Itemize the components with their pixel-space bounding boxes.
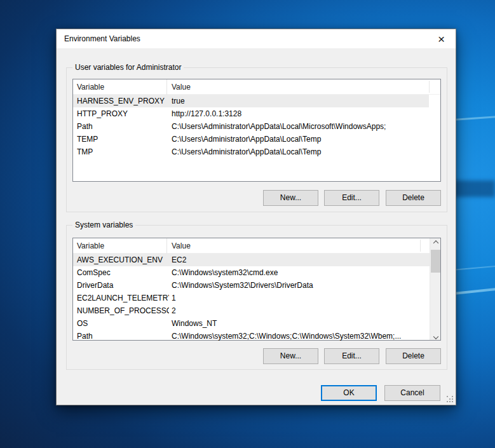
scroll-down-icon bbox=[433, 334, 438, 339]
scroll-up-button[interactable] bbox=[430, 238, 441, 249]
environment-variables-dialog: Environment Variables × User variables f… bbox=[56, 29, 456, 405]
variable-cell: EC2LAUNCH_TELEMETRY bbox=[77, 292, 169, 304]
variable-cell: DriverData bbox=[77, 279, 169, 292]
user-new-button[interactable]: New... bbox=[263, 190, 318, 206]
user-variables-group-label: User variables for Administrator bbox=[72, 63, 184, 72]
table-row[interactable]: EC2LAUNCH_TELEMETRY 1 bbox=[73, 292, 431, 304]
table-row[interactable]: Path C:\Users\Administrator\AppData\Loca… bbox=[73, 120, 429, 133]
variable-cell: Path bbox=[77, 330, 169, 343]
variable-cell: HTTP_PROXY bbox=[77, 107, 169, 120]
column-header-value[interactable]: Value bbox=[168, 79, 191, 95]
value-cell: C:\Users\Administrator\AppData\Local\Tem… bbox=[172, 133, 426, 146]
variable-cell: Path bbox=[77, 120, 169, 133]
table-row[interactable]: DriverData C:\Windows\System32\Drivers\D… bbox=[73, 279, 431, 292]
user-variables-list: Variable Value HARNESS_ENV_PROXY true HT… bbox=[72, 79, 441, 182]
system-edit-button[interactable]: Edit... bbox=[324, 348, 379, 364]
cancel-button[interactable]: Cancel bbox=[384, 385, 440, 401]
value-cell: 2 bbox=[172, 304, 428, 317]
value-cell: C:\Users\Administrator\AppData\Local\Tem… bbox=[172, 146, 426, 158]
table-row[interactable]: Path C:\Windows\system32;C:\Windows;C:\W… bbox=[73, 330, 431, 343]
variable-cell: ComSpec bbox=[77, 266, 169, 279]
scrollbar-thumb[interactable] bbox=[431, 250, 440, 273]
value-cell: Windows_NT bbox=[172, 317, 428, 330]
resize-grip[interactable] bbox=[446, 395, 454, 403]
system-variables-group-label: System variables bbox=[72, 221, 135, 229]
variable-cell: OS bbox=[77, 317, 169, 330]
ok-button[interactable]: OK bbox=[321, 385, 377, 401]
scroll-up-icon bbox=[433, 240, 438, 245]
value-cell: C:\Windows\system32\cmd.exe bbox=[172, 266, 428, 279]
list-header: Variable Value bbox=[73, 238, 440, 254]
column-divider bbox=[429, 81, 430, 93]
value-cell: 1 bbox=[172, 292, 428, 304]
table-row[interactable]: AWS_EXECUTION_ENV EC2 bbox=[73, 254, 431, 266]
value-cell: http://127.0.0.1:3128 bbox=[172, 107, 426, 120]
list-header: Variable Value bbox=[73, 79, 440, 95]
column-divider bbox=[420, 240, 421, 252]
title-bar[interactable]: Environment Variables × bbox=[57, 29, 456, 48]
column-header-variable[interactable]: Variable bbox=[73, 79, 167, 95]
close-icon: × bbox=[438, 33, 445, 45]
table-row[interactable]: OS Windows_NT bbox=[73, 317, 431, 330]
user-delete-button[interactable]: Delete bbox=[386, 190, 441, 206]
user-edit-button[interactable]: Edit... bbox=[324, 190, 379, 206]
table-row[interactable]: ComSpec C:\Windows\system32\cmd.exe bbox=[73, 266, 431, 279]
value-cell: C:\Windows\system32;C:\Windows;C:\Window… bbox=[172, 330, 428, 343]
value-cell: C:\Windows\System32\Drivers\DriverData bbox=[172, 279, 428, 292]
variable-cell: TMP bbox=[77, 146, 169, 158]
variable-cell: AWS_EXECUTION_ENV bbox=[77, 254, 169, 266]
variable-cell: TEMP bbox=[77, 133, 169, 146]
table-row[interactable]: TEMP C:\Users\Administrator\AppData\Loca… bbox=[73, 133, 429, 146]
system-delete-button[interactable]: Delete bbox=[386, 348, 441, 364]
value-cell: EC2 bbox=[172, 254, 428, 266]
close-button[interactable]: × bbox=[427, 29, 456, 48]
system-new-button[interactable]: New... bbox=[263, 348, 318, 364]
value-cell: C:\Users\Administrator\AppData\Local\Mic… bbox=[172, 120, 426, 133]
variable-cell: HARNESS_ENV_PROXY bbox=[77, 95, 169, 107]
scroll-down-button[interactable] bbox=[430, 329, 441, 340]
table-row[interactable]: TMP C:\Users\Administrator\AppData\Local… bbox=[73, 146, 429, 158]
variable-cell: NUMBER_OF_PROCESSORS bbox=[77, 304, 169, 317]
column-header-value[interactable]: Value bbox=[168, 238, 191, 254]
window-title: Environment Variables bbox=[57, 34, 140, 43]
system-variables-list: Variable Value AWS_EXECUTION_ENV EC2 Com… bbox=[72, 238, 441, 341]
table-row[interactable]: NUMBER_OF_PROCESSORS 2 bbox=[73, 304, 431, 317]
table-row[interactable]: HTTP_PROXY http://127.0.0.1:3128 bbox=[73, 107, 429, 120]
desktop: Environment Variables × User variables f… bbox=[0, 0, 495, 448]
vertical-scrollbar[interactable] bbox=[430, 238, 440, 340]
value-cell: true bbox=[172, 95, 426, 107]
column-header-variable[interactable]: Variable bbox=[73, 238, 167, 254]
table-row[interactable]: HARNESS_ENV_PROXY true bbox=[73, 95, 429, 107]
